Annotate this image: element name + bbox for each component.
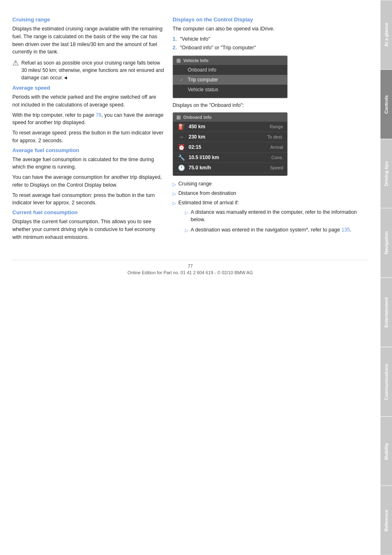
- onboard-row-range: ⛽ 450 km Range: [173, 122, 287, 132]
- main-content: Cruising range Displays the estimated cr…: [0, 0, 380, 287]
- bullet-arrow-2: ▷: [173, 190, 176, 197]
- onboard-row-speed: 🕐 75.0 km/h Speed: [173, 163, 287, 173]
- avg-speed-text-1: Periods with the vehicle parked and the …: [12, 93, 164, 109]
- heading-average-speed: Average speed: [12, 85, 164, 91]
- displays-intro: The computer can also be opened via iDri…: [173, 25, 368, 33]
- heading-cruising-range: Cruising range: [12, 16, 164, 23]
- step-1: 1. "Vehicle Info": [173, 35, 368, 43]
- section-current-fuel: Current fuel consumption Displays the cu…: [12, 209, 164, 241]
- section-cruising-range: Cruising range Displays the estimated cr…: [12, 16, 164, 81]
- bullet-arrow-1: ▷: [173, 181, 176, 188]
- vehicle-info-screen: ▦ Vehicle Info Onboard info ✓ Trip compu…: [173, 56, 288, 98]
- bullet-arrow-3: ▷: [173, 200, 176, 207]
- section-average-speed: Average speed Periods with the vehicle p…: [12, 85, 164, 145]
- page-link-135[interactable]: 135: [341, 227, 350, 233]
- menu-item-trip: ✓ Trip computer: [173, 75, 287, 85]
- sub-bullet-2: ▷ A destination was entered in the navig…: [185, 226, 368, 234]
- sub-bullet-list: ▷ A distance was manually entered in the…: [178, 208, 368, 234]
- sidebar-tabs: At a glance Controls Driving tips Naviga…: [380, 0, 392, 555]
- heading-avg-fuel: Average fuel consumption: [12, 147, 164, 153]
- avg-fuel-text-2: You can have the average consumption for…: [12, 173, 164, 189]
- bullet-list: ▷ Cruising range ▷ Distance from destina…: [173, 180, 368, 236]
- cruising-range-text: Displays the estimated cruising range av…: [12, 25, 164, 56]
- current-fuel-text: Displays the current fuel consumption. T…: [12, 218, 164, 241]
- dest-icon: →: [177, 134, 185, 140]
- step-2: 2. "Onboard info" or "Trip computer": [173, 44, 368, 52]
- bullet-cruising: ▷ Cruising range: [173, 180, 368, 188]
- sidebar-tab-communications[interactable]: Communications: [380, 347, 392, 416]
- sidebar-tab-reference[interactable]: Reference: [380, 486, 392, 555]
- section-avg-fuel: Average fuel consumption The average fue…: [12, 147, 164, 207]
- heading-displays-control: Displays on the Control Display: [173, 16, 368, 23]
- arrival-icon: ⏰: [177, 144, 185, 150]
- vehicle-info-screen-image: ▦ Vehicle Info Onboard info ✓ Trip compu…: [173, 56, 288, 98]
- page-link-78[interactable]: 78: [96, 112, 101, 118]
- sidebar-tab-at-a-glance[interactable]: At a glance: [380, 0, 392, 69]
- sidebar-tab-navigation[interactable]: Navigation: [380, 208, 392, 278]
- onboard-row-dest: → 230 km To dest.: [173, 132, 287, 142]
- bullet-distance: ▷ Distance from destination: [173, 190, 368, 197]
- avg-fuel-text-3: To reset average fuel consumption: press…: [12, 192, 164, 207]
- cons-icon: 🔧: [177, 154, 185, 161]
- screen-top-bar: ▦ Vehicle Info: [173, 56, 287, 65]
- warning-text: Refuel as soon as possible once your cru…: [21, 59, 164, 81]
- onboard-screen-icon: ▦: [176, 114, 181, 120]
- bullet-estimated: ▷ Estimated time of arrival if: ▷ A dist…: [173, 199, 368, 236]
- avg-speed-text-2: With the trip computer, refer to page 78…: [12, 111, 164, 127]
- heading-current-fuel: Current fuel consumption: [12, 209, 164, 215]
- menu-item-vehicle-status: Vehicle status: [173, 85, 287, 95]
- avg-fuel-text-1: The average fuel consumption is calculat…: [12, 156, 164, 171]
- onboard-top-bar: ▦ Onboard info: [173, 113, 287, 122]
- sub-bullet-arrow-2: ▷: [185, 227, 188, 234]
- onboard-row-cons: 🔧 10.5 l/100 km Cons.: [173, 153, 287, 163]
- page-number: 77: [12, 264, 368, 268]
- sub-bullet-arrow-1: ▷: [185, 209, 188, 216]
- speed-icon: 🕐: [177, 164, 185, 171]
- warning-icon: ⚠: [12, 58, 19, 67]
- fuel-icon: ⛽: [177, 123, 185, 130]
- menu-item-onboard: Onboard info: [173, 65, 287, 75]
- onboard-row-arrival: ⏰ 02:15 Arrival: [173, 142, 287, 153]
- sub-bullet-1: ▷ A distance was manually entered in the…: [185, 208, 368, 224]
- sidebar-tab-entertainment[interactable]: Entertainment: [380, 278, 392, 347]
- onboard-bottom-pad: [173, 173, 287, 176]
- warning-box: ⚠ Refuel as soon as possible once your c…: [12, 59, 164, 81]
- screen-bottom-pad: [173, 95, 287, 98]
- left-column: Cruising range Displays the estimated cr…: [12, 16, 164, 243]
- screen-icon: ▦: [176, 58, 181, 63]
- right-column: Displays on the Control Display The comp…: [173, 16, 368, 243]
- two-col-layout: Cruising range Displays the estimated cr…: [12, 16, 368, 243]
- steps-list: 1. "Vehicle Info" 2. "Onboard info" or "…: [173, 35, 368, 52]
- sidebar-tab-mobility[interactable]: Mobility: [380, 416, 392, 486]
- displays-on-onboard-text: Displays on the "Onboard info":: [173, 102, 368, 108]
- page-footer: 77 Online Edition for Part no. 01 41 2 6…: [12, 260, 368, 275]
- sidebar-tab-driving-tips[interactable]: Driving tips: [380, 139, 392, 208]
- edition-text: Online Edition for Part no. 01 41 2 604 …: [12, 270, 368, 275]
- sidebar-tab-controls[interactable]: Controls: [380, 69, 392, 139]
- avg-speed-text-3: To reset average speed: press the button…: [12, 129, 164, 145]
- onboard-info-screen: ▦ Onboard info ⛽ 450 km Range → 230 km T…: [173, 112, 288, 176]
